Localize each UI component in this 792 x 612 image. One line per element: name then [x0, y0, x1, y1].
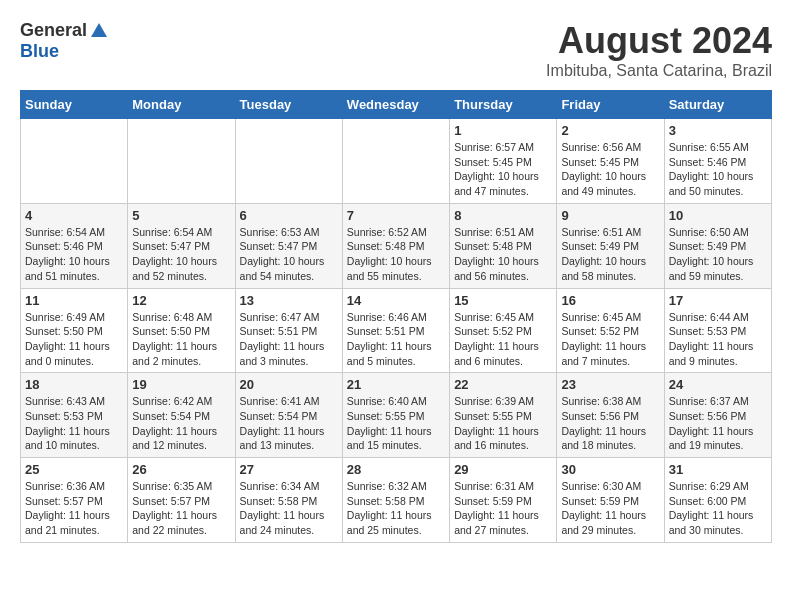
day-info: Sunrise: 6:30 AM Sunset: 5:59 PM Dayligh…	[561, 479, 659, 538]
calendar-cell: 10Sunrise: 6:50 AM Sunset: 5:49 PM Dayli…	[664, 203, 771, 288]
day-number: 25	[25, 462, 123, 477]
calendar-header-thursday: Thursday	[450, 91, 557, 119]
day-info: Sunrise: 6:32 AM Sunset: 5:58 PM Dayligh…	[347, 479, 445, 538]
day-number: 23	[561, 377, 659, 392]
calendar-cell: 2Sunrise: 6:56 AM Sunset: 5:45 PM Daylig…	[557, 119, 664, 204]
day-number: 19	[132, 377, 230, 392]
calendar-cell: 6Sunrise: 6:53 AM Sunset: 5:47 PM Daylig…	[235, 203, 342, 288]
day-number: 30	[561, 462, 659, 477]
calendar-cell: 12Sunrise: 6:48 AM Sunset: 5:50 PM Dayli…	[128, 288, 235, 373]
main-title: August 2024	[546, 20, 772, 62]
calendar-cell: 18Sunrise: 6:43 AM Sunset: 5:53 PM Dayli…	[21, 373, 128, 458]
calendar-cell: 24Sunrise: 6:37 AM Sunset: 5:56 PM Dayli…	[664, 373, 771, 458]
page-header: General Blue August 2024 Imbituba, Santa…	[20, 20, 772, 80]
calendar-header-row: SundayMondayTuesdayWednesdayThursdayFrid…	[21, 91, 772, 119]
logo-general-text: General	[20, 20, 87, 41]
calendar-cell	[235, 119, 342, 204]
day-info: Sunrise: 6:48 AM Sunset: 5:50 PM Dayligh…	[132, 310, 230, 369]
day-info: Sunrise: 6:56 AM Sunset: 5:45 PM Dayligh…	[561, 140, 659, 199]
calendar-cell: 1Sunrise: 6:57 AM Sunset: 5:45 PM Daylig…	[450, 119, 557, 204]
calendar-row: 1Sunrise: 6:57 AM Sunset: 5:45 PM Daylig…	[21, 119, 772, 204]
calendar-cell: 5Sunrise: 6:54 AM Sunset: 5:47 PM Daylig…	[128, 203, 235, 288]
day-info: Sunrise: 6:54 AM Sunset: 5:46 PM Dayligh…	[25, 225, 123, 284]
day-info: Sunrise: 6:34 AM Sunset: 5:58 PM Dayligh…	[240, 479, 338, 538]
calendar-cell: 23Sunrise: 6:38 AM Sunset: 5:56 PM Dayli…	[557, 373, 664, 458]
day-info: Sunrise: 6:52 AM Sunset: 5:48 PM Dayligh…	[347, 225, 445, 284]
day-info: Sunrise: 6:29 AM Sunset: 6:00 PM Dayligh…	[669, 479, 767, 538]
calendar-cell: 29Sunrise: 6:31 AM Sunset: 5:59 PM Dayli…	[450, 458, 557, 543]
day-info: Sunrise: 6:49 AM Sunset: 5:50 PM Dayligh…	[25, 310, 123, 369]
calendar-header-tuesday: Tuesday	[235, 91, 342, 119]
day-number: 22	[454, 377, 552, 392]
day-info: Sunrise: 6:38 AM Sunset: 5:56 PM Dayligh…	[561, 394, 659, 453]
calendar-cell: 15Sunrise: 6:45 AM Sunset: 5:52 PM Dayli…	[450, 288, 557, 373]
day-number: 20	[240, 377, 338, 392]
day-info: Sunrise: 6:44 AM Sunset: 5:53 PM Dayligh…	[669, 310, 767, 369]
calendar-header-friday: Friday	[557, 91, 664, 119]
calendar-cell: 17Sunrise: 6:44 AM Sunset: 5:53 PM Dayli…	[664, 288, 771, 373]
svg-marker-0	[91, 23, 107, 37]
day-info: Sunrise: 6:36 AM Sunset: 5:57 PM Dayligh…	[25, 479, 123, 538]
day-info: Sunrise: 6:51 AM Sunset: 5:49 PM Dayligh…	[561, 225, 659, 284]
day-number: 26	[132, 462, 230, 477]
day-number: 1	[454, 123, 552, 138]
calendar-cell: 26Sunrise: 6:35 AM Sunset: 5:57 PM Dayli…	[128, 458, 235, 543]
day-info: Sunrise: 6:46 AM Sunset: 5:51 PM Dayligh…	[347, 310, 445, 369]
calendar-cell: 14Sunrise: 6:46 AM Sunset: 5:51 PM Dayli…	[342, 288, 449, 373]
day-info: Sunrise: 6:54 AM Sunset: 5:47 PM Dayligh…	[132, 225, 230, 284]
day-info: Sunrise: 6:37 AM Sunset: 5:56 PM Dayligh…	[669, 394, 767, 453]
day-number: 12	[132, 293, 230, 308]
day-number: 5	[132, 208, 230, 223]
calendar-cell: 11Sunrise: 6:49 AM Sunset: 5:50 PM Dayli…	[21, 288, 128, 373]
day-info: Sunrise: 6:31 AM Sunset: 5:59 PM Dayligh…	[454, 479, 552, 538]
day-info: Sunrise: 6:40 AM Sunset: 5:55 PM Dayligh…	[347, 394, 445, 453]
calendar-cell: 3Sunrise: 6:55 AM Sunset: 5:46 PM Daylig…	[664, 119, 771, 204]
subtitle: Imbituba, Santa Catarina, Brazil	[546, 62, 772, 80]
calendar-row: 4Sunrise: 6:54 AM Sunset: 5:46 PM Daylig…	[21, 203, 772, 288]
day-info: Sunrise: 6:43 AM Sunset: 5:53 PM Dayligh…	[25, 394, 123, 453]
day-info: Sunrise: 6:57 AM Sunset: 5:45 PM Dayligh…	[454, 140, 552, 199]
day-info: Sunrise: 6:47 AM Sunset: 5:51 PM Dayligh…	[240, 310, 338, 369]
day-number: 10	[669, 208, 767, 223]
calendar-cell: 16Sunrise: 6:45 AM Sunset: 5:52 PM Dayli…	[557, 288, 664, 373]
calendar-cell: 31Sunrise: 6:29 AM Sunset: 6:00 PM Dayli…	[664, 458, 771, 543]
day-number: 14	[347, 293, 445, 308]
day-info: Sunrise: 6:51 AM Sunset: 5:48 PM Dayligh…	[454, 225, 552, 284]
day-number: 13	[240, 293, 338, 308]
day-number: 3	[669, 123, 767, 138]
calendar-cell: 13Sunrise: 6:47 AM Sunset: 5:51 PM Dayli…	[235, 288, 342, 373]
calendar-header-wednesday: Wednesday	[342, 91, 449, 119]
day-info: Sunrise: 6:53 AM Sunset: 5:47 PM Dayligh…	[240, 225, 338, 284]
day-number: 28	[347, 462, 445, 477]
day-number: 15	[454, 293, 552, 308]
day-number: 4	[25, 208, 123, 223]
day-number: 27	[240, 462, 338, 477]
title-block: August 2024 Imbituba, Santa Catarina, Br…	[546, 20, 772, 80]
calendar-table: SundayMondayTuesdayWednesdayThursdayFrid…	[20, 90, 772, 543]
calendar-cell: 9Sunrise: 6:51 AM Sunset: 5:49 PM Daylig…	[557, 203, 664, 288]
day-number: 9	[561, 208, 659, 223]
day-info: Sunrise: 6:39 AM Sunset: 5:55 PM Dayligh…	[454, 394, 552, 453]
day-number: 31	[669, 462, 767, 477]
calendar-header-sunday: Sunday	[21, 91, 128, 119]
day-number: 16	[561, 293, 659, 308]
calendar-cell: 28Sunrise: 6:32 AM Sunset: 5:58 PM Dayli…	[342, 458, 449, 543]
calendar-cell: 27Sunrise: 6:34 AM Sunset: 5:58 PM Dayli…	[235, 458, 342, 543]
day-number: 24	[669, 377, 767, 392]
calendar-cell: 20Sunrise: 6:41 AM Sunset: 5:54 PM Dayli…	[235, 373, 342, 458]
calendar-header-monday: Monday	[128, 91, 235, 119]
day-number: 2	[561, 123, 659, 138]
calendar-header-saturday: Saturday	[664, 91, 771, 119]
day-number: 21	[347, 377, 445, 392]
day-info: Sunrise: 6:35 AM Sunset: 5:57 PM Dayligh…	[132, 479, 230, 538]
calendar-cell: 4Sunrise: 6:54 AM Sunset: 5:46 PM Daylig…	[21, 203, 128, 288]
day-info: Sunrise: 6:45 AM Sunset: 5:52 PM Dayligh…	[561, 310, 659, 369]
day-info: Sunrise: 6:45 AM Sunset: 5:52 PM Dayligh…	[454, 310, 552, 369]
logo-icon	[89, 21, 109, 41]
calendar-row: 11Sunrise: 6:49 AM Sunset: 5:50 PM Dayli…	[21, 288, 772, 373]
calendar-row: 25Sunrise: 6:36 AM Sunset: 5:57 PM Dayli…	[21, 458, 772, 543]
calendar-cell: 30Sunrise: 6:30 AM Sunset: 5:59 PM Dayli…	[557, 458, 664, 543]
calendar-cell: 7Sunrise: 6:52 AM Sunset: 5:48 PM Daylig…	[342, 203, 449, 288]
day-number: 7	[347, 208, 445, 223]
logo: General Blue	[20, 20, 109, 62]
